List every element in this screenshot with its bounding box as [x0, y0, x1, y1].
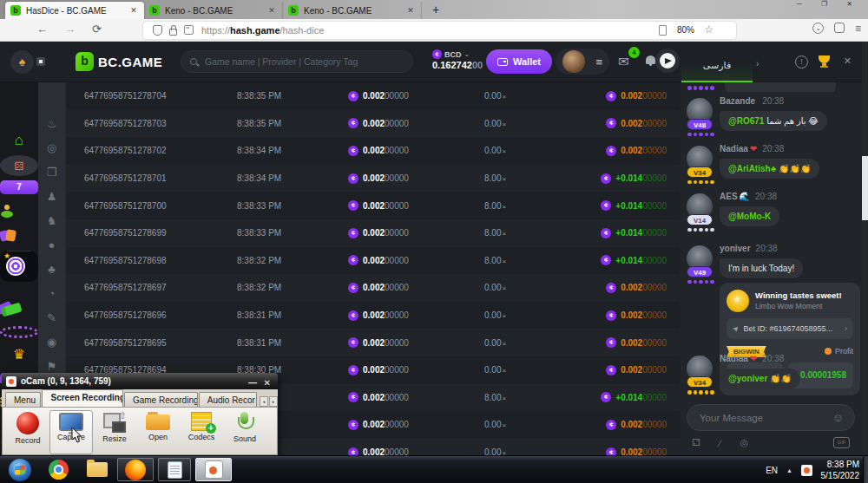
ocam-titlebar[interactable]: oCam (0, 9, 1364, 759) — ✕ — [2, 373, 278, 389]
tab-close-icon[interactable]: ✕ — [128, 6, 139, 15]
bcgame-logo-icon[interactable]: b — [76, 52, 94, 71]
casino-category-icon[interactable]: ✎ — [47, 305, 56, 330]
user-avatar[interactable] — [562, 50, 585, 73]
sidebar-pin-icon[interactable] — [36, 57, 45, 66]
chat-close-icon[interactable]: ✕ — [844, 55, 852, 67]
username[interactable]: Nadiaa — [720, 144, 748, 153]
taskbar-ocam[interactable] — [195, 458, 232, 481]
sidebar-item[interactable] — [0, 205, 38, 219]
tab-scroll-right-icon[interactable]: ▸ — [269, 396, 278, 407]
sidebar-item[interactable] — [0, 297, 39, 317]
balance-display[interactable]: ¢ BCD ⌄ 0.16274200 — [432, 49, 483, 70]
table-row[interactable]: 64776958751278695 8:38:31 PM ¢0.00200000… — [66, 329, 680, 356]
tab-audio-recording[interactable]: Audio Recor — [199, 392, 257, 407]
username[interactable]: Bazande — [720, 96, 755, 106]
tray-expand-icon[interactable]: ▲ — [786, 467, 792, 473]
sidebar-item[interactable]: ⌂ — [0, 133, 38, 147]
profile-menu[interactable]: ≡ — [556, 49, 609, 75]
table-row[interactable]: 64776958751278700 8:38:33 PM ¢0.00200000… — [66, 192, 680, 219]
trophy-icon[interactable] — [819, 55, 830, 63]
taskbar-firefox[interactable] — [117, 458, 154, 481]
browser-tab[interactable]: b Keno - BC.GAME ✕ — [144, 2, 283, 19]
game-search[interactable] — [181, 50, 413, 73]
url-bar[interactable]: https://hash.game/hash-dice 80% ☆ — [143, 22, 736, 39]
coin-rain-icon[interactable]: ◎ — [740, 437, 748, 448]
browser-menu-icon[interactable]: ≡ — [855, 23, 861, 35]
chat-rules-icon[interactable]: ∕ — [720, 438, 721, 448]
sidebar-item[interactable]: 7 — [0, 180, 38, 194]
tab-menu[interactable]: Menu — [5, 392, 41, 407]
shield-icon[interactable] — [153, 25, 162, 36]
record-button[interactable]: Record — [6, 410, 49, 454]
new-tab-button[interactable]: + — [432, 3, 439, 16]
tab-close-icon[interactable]: ✕ — [405, 6, 416, 15]
reader-mode-icon[interactable] — [659, 25, 667, 36]
table-row[interactable]: 64776958751278704 8:38:35 PM ¢0.00200000… — [66, 82, 680, 110]
mention-link[interactable]: @yoniver — [728, 374, 767, 383]
username[interactable]: yoniver — [720, 244, 751, 253]
search-input[interactable] — [203, 55, 404, 68]
casino-category-icon[interactable]: ◎ — [47, 135, 56, 160]
resize-button[interactable]: ⇧Resize — [93, 410, 136, 454]
chat-language-tab[interactable]: فارسی — [681, 52, 753, 82]
window-controls[interactable]: ─ ❐ ✕ — [797, 0, 861, 8]
chat-message-input[interactable] — [698, 412, 832, 424]
tab-game-recording[interactable]: Game Recording — [124, 392, 198, 407]
chat-info-icon[interactable]: ! — [795, 55, 808, 69]
tab-close-icon[interactable]: ✕ — [266, 6, 277, 15]
mention-link[interactable]: @RO671 — [728, 116, 764, 126]
table-row[interactable]: 64776958751278699 8:38:33 PM ¢0.00200000… — [66, 219, 680, 247]
bcgame-logo-text[interactable]: BC.GAME — [98, 55, 162, 69]
casino-category-icon[interactable]: ◉ — [47, 330, 56, 354]
chat-toggle-icon[interactable] — [655, 49, 680, 73]
page-scrollbar[interactable] — [862, 42, 868, 455]
notifications-bell-icon[interactable] — [646, 55, 655, 64]
mention-link[interactable]: @MoMo-K — [728, 212, 771, 221]
browser-tab[interactable]: b HasDice - BC.GAME ✕ — [5, 2, 144, 19]
sound-button[interactable]: Sound — [223, 410, 266, 454]
reload-button[interactable]: ⟳ — [92, 23, 102, 36]
taskbar-notepad[interactable] — [158, 458, 191, 481]
casino-category-icon[interactable]: ♟ — [47, 184, 57, 208]
table-row[interactable]: 64776958751278696 8:38:31 PM ¢0.00200000… — [66, 302, 680, 330]
casino-spade-icon[interactable]: ♠ — [10, 50, 34, 74]
forward-button[interactable]: → — [64, 23, 76, 36]
zoom-level[interactable]: 80% — [677, 25, 694, 35]
show-desktop-button[interactable] — [863, 456, 868, 483]
taskbar-clock[interactable]: 8:38 PM 5/15/2022 — [821, 459, 860, 481]
back-button[interactable]: ← — [36, 23, 48, 36]
tab-scroll-left-icon[interactable]: ◂ — [260, 396, 268, 407]
dice-bet-icon[interactable]: ⚁ — [692, 437, 700, 448]
mail-icon[interactable]: ✉ — [618, 54, 629, 69]
chevron-right-icon[interactable]: › — [756, 59, 759, 69]
table-row[interactable]: 64776958751278702 8:38:34 PM ¢0.00200000… — [66, 137, 680, 165]
casino-category-icon[interactable]: ♞ — [47, 208, 57, 232]
table-row[interactable]: 64776958751278698 8:38:32 PM ¢0.00200000… — [66, 247, 680, 275]
ocam-tray-icon[interactable] — [801, 465, 812, 476]
pocket-icon[interactable]: ⌄ — [812, 23, 824, 34]
chat-input[interactable]: ☺ — [687, 404, 855, 431]
browser-tab[interactable]: b Keno - BC.GAME ✕ — [283, 2, 422, 19]
username[interactable]: Nadiaa — [720, 354, 748, 363]
bet-id-pill[interactable]: ➤ Bet ID: #619674058955... › — [727, 318, 853, 339]
casino-category-icon[interactable]: ❐ — [47, 160, 57, 184]
table-row[interactable]: 64776958751278703 8:38:35 PM ¢0.00200000… — [66, 110, 680, 138]
scrollbar-thumb[interactable] — [862, 156, 868, 220]
sidebar-item[interactable]: ⚄ — [0, 155, 38, 176]
mention-link[interactable]: @AriAtish♣ — [728, 164, 776, 173]
casino-category-icon[interactable]: ♣ — [48, 257, 56, 281]
lock-icon[interactable] — [169, 29, 177, 36]
casino-category-icon[interactable]: ♨ — [47, 111, 57, 135]
wallet-button[interactable]: Wallet — [486, 49, 552, 74]
gif-keyboard-icon[interactable]: GIF — [833, 437, 850, 448]
table-row[interactable]: 64776958751278697 8:38:32 PM ¢0.00200000… — [66, 274, 680, 302]
language-indicator[interactable]: EN — [766, 466, 778, 475]
start-button[interactable] — [7, 458, 33, 481]
chevron-down-icon[interactable]: ⌄ — [464, 50, 470, 58]
table-row[interactable]: 64776958751278701 8:38:34 PM ¢0.00200000… — [66, 165, 680, 193]
codecs-button[interactable]: Codecs — [180, 410, 223, 454]
casino-category-icon[interactable]: ● — [49, 232, 56, 257]
extension-icon[interactable] — [834, 23, 845, 33]
open-button[interactable]: Open — [136, 410, 180, 454]
casino-category-icon[interactable]: ◔ — [49, 281, 56, 305]
